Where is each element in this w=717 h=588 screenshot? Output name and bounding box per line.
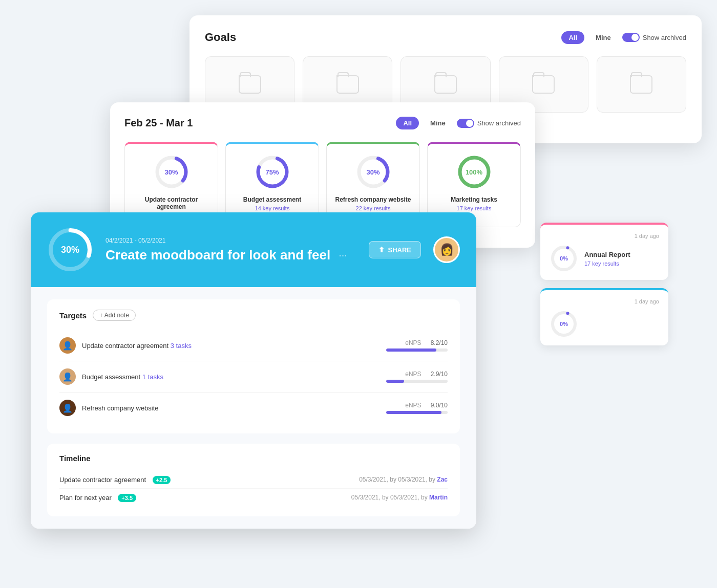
timeline-meta-1: 05/3/2021, by 05/3/2021, by Zac — [359, 476, 448, 483]
donut-label-4: 100% — [466, 168, 482, 176]
target-name-2: Budget assessment 1 tasks — [82, 373, 386, 381]
folder-icon-2 — [336, 75, 359, 94]
target-row-2: 👤 Budget assessment 1 tasks eNPS 2.9/10 — [59, 361, 448, 393]
detail-header: 30% 04/2/2021 - 05/2/2021 Create moodboa… — [31, 212, 476, 287]
target-score-3: 9.0/10 — [431, 402, 448, 409]
timeline-by-1: Zac — [437, 476, 448, 483]
folder-icon-1 — [239, 75, 261, 94]
week-filter-group: All Mine Show archived — [396, 117, 521, 129]
target-metric-3: eNPS — [405, 402, 421, 409]
target-row-1: 👤 Update contractor agreement 3 tasks eN… — [59, 330, 448, 361]
toggle-label: Show archived — [643, 34, 686, 41]
target-score-2: 2.9/10 — [431, 371, 448, 378]
week-toggle-track[interactable] — [457, 119, 474, 128]
avatar: 👩 — [433, 236, 460, 263]
goals-panel-header: Goals All Mine Show archived — [205, 31, 686, 44]
targets-section: Targets + Add note 👤 Update contractor a… — [47, 299, 460, 433]
target-bar-2: eNPS 2.9/10 — [386, 371, 448, 383]
timeline-section: Timeline Update contractor agreement +2.… — [47, 444, 460, 516]
side-card-1-body: 0% Annual Report 17 key results — [550, 244, 659, 273]
target-row-3: 👤 Refresh company website eNPS 9.0/10 — [59, 393, 448, 423]
share-label: SHARE — [388, 246, 411, 254]
side-donut-1: 0% — [550, 244, 578, 273]
target-bar-track-3 — [386, 411, 448, 414]
week-filter-all-btn[interactable]: All — [396, 117, 419, 129]
target-name-1: Update contractor agreement 3 tasks — [82, 342, 386, 350]
detail-body: Targets + Add note 👤 Update contractor a… — [31, 287, 476, 529]
donut-label-3: 30% — [366, 168, 379, 176]
side-donut-label-2: 0% — [560, 321, 568, 327]
target-link-1[interactable]: 3 tasks — [171, 342, 192, 350]
target-name-3: Refresh company website — [82, 404, 386, 412]
timeline-name-2: Plan for next year — [59, 494, 112, 502]
timeline-badge-2: +3.5 — [118, 494, 136, 502]
target-metric-2: eNPS — [405, 371, 421, 378]
goals-title: Goals — [205, 31, 236, 44]
goal-card-title-2: Budget assessment — [243, 196, 301, 203]
target-bar-3: eNPS 9.0/10 — [386, 402, 448, 414]
side-card-1-title: Annual Report — [584, 251, 659, 258]
timeline-meta-2: 05/3/2021, by 05/3/2021, by Martin — [351, 494, 448, 501]
side-card-annual-report[interactable]: 1 day ago 0% Annual Report 17 key result… — [540, 223, 668, 280]
folder-card-5[interactable] — [597, 56, 686, 113]
share-button[interactable]: ⬆ SHARE — [369, 241, 421, 258]
side-card-2-timestamp: 1 day ago — [550, 298, 659, 304]
donut-label-1: 30% — [164, 168, 178, 176]
progress-ring-large: 30% — [47, 227, 93, 273]
side-donut-label-1: 0% — [560, 255, 568, 262]
timeline-row-1: Update contractor agreement +2.5 05/3/20… — [59, 471, 448, 489]
side-card-1-sub: 17 key results — [584, 260, 659, 267]
target-score-1: 8.2/10 — [431, 339, 448, 346]
avatar-emoji: 👩 — [440, 243, 454, 256]
target-metric-1: eNPS — [405, 339, 421, 346]
donut-label-2: 75% — [265, 168, 279, 176]
filter-mine-btn[interactable]: Mine — [588, 31, 618, 44]
side-card-2-body: 0% — [550, 310, 659, 338]
show-archived-toggle[interactable]: Show archived — [622, 33, 686, 42]
detail-dots-icon[interactable]: ··· — [339, 249, 347, 261]
toggle-track[interactable] — [622, 33, 640, 42]
side-card-2[interactable]: 1 day ago 0% — [540, 288, 668, 345]
side-donut-2: 0% — [550, 310, 578, 338]
detail-title-block: 04/2/2021 - 05/2/2021 Create moodboard f… — [106, 237, 356, 263]
detail-panel: 30% 04/2/2021 - 05/2/2021 Create moodboa… — [31, 212, 476, 529]
target-bar-1: eNPS 8.2/10 — [386, 339, 448, 352]
target-bar-track-2 — [386, 380, 448, 383]
side-card-2-info — [584, 323, 659, 325]
targets-title: Targets — [59, 311, 87, 320]
target-avatar-3: 👤 — [59, 400, 76, 416]
timeline-row-2: Plan for next year +3.5 05/3/2021, by 05… — [59, 489, 448, 506]
folder-icon-3 — [434, 75, 457, 94]
filter-all-btn[interactable]: All — [561, 31, 584, 44]
target-bar-track-1 — [386, 349, 448, 352]
share-icon: ⬆ — [378, 246, 385, 254]
target-avatar-2: 👤 — [59, 368, 76, 385]
targets-header: Targets + Add note — [59, 310, 448, 321]
detail-date: 04/2/2021 - 05/2/2021 — [106, 237, 356, 244]
week-toggle-label: Show archived — [477, 119, 521, 127]
week-filter-mine-btn[interactable]: Mine — [423, 117, 453, 129]
goal-card-sub-3: 22 key results — [356, 205, 391, 211]
target-bar-fill-2 — [386, 380, 404, 383]
goal-card-title-1: Update contractor agreemen — [132, 196, 210, 210]
target-link-2[interactable]: 1 tasks — [142, 373, 163, 381]
side-card-1-info: Annual Report 17 key results — [584, 251, 659, 267]
week-show-archived-toggle[interactable]: Show archived — [457, 119, 521, 128]
toggle-thumb — [631, 34, 639, 41]
side-card-1-timestamp: 1 day ago — [550, 233, 659, 239]
donut-3: 30% — [355, 154, 391, 190]
donut-2: 75% — [255, 154, 290, 190]
timeline-entry-1: Update contractor agreement +2.5 — [59, 475, 171, 484]
timeline-title: Timeline — [59, 454, 448, 463]
progress-ring-label: 30% — [61, 245, 79, 255]
week-panel-header: Feb 25 - Mar 1 All Mine Show archived — [124, 117, 521, 129]
timeline-badge-1: +2.5 — [153, 476, 171, 484]
goal-card-title-4: Marketing tasks — [451, 196, 497, 203]
target-bar-fill-3 — [386, 411, 441, 414]
timeline-entry-2: Plan for next year +3.5 — [59, 493, 136, 502]
add-note-button[interactable]: + Add note — [93, 310, 136, 321]
goal-card-sub-2: 14 key results — [255, 205, 290, 211]
donut-4: 100% — [456, 154, 492, 190]
target-bar-fill-1 — [386, 349, 436, 352]
week-toggle-thumb — [466, 120, 473, 127]
